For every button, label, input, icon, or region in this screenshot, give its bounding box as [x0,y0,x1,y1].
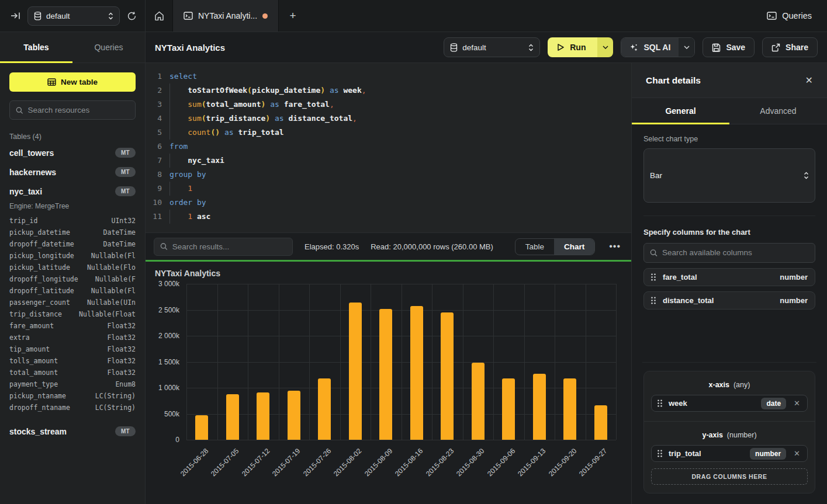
query-header: NYTaxi Analytics default Run [146,32,827,63]
token-kw: group by [169,170,206,179]
divider [642,362,816,363]
mt-badge: MT [115,186,136,196]
panel-title: Chart details [646,75,701,86]
database-selector[interactable]: default [444,37,540,57]
new-table-button[interactable]: New table [9,72,136,92]
token-id: nyc_taxi [188,156,224,165]
column-type: Nullable(F [95,275,136,283]
spacer [9,413,136,422]
column-row: extraFloat32 [9,332,136,343]
column-type: DateTime [103,240,136,248]
table-row[interactable]: cell_towersMT [9,143,136,162]
column-name: pickup_datetime [9,228,70,237]
close-icon: ✕ [805,75,813,85]
sql-editor[interactable]: 1select2toStartOfWeek(pickup_datetime) a… [146,63,631,232]
gridline-horizontal [186,310,616,311]
axis-chip[interactable]: weekdate✕ [651,395,808,412]
database-selector-value: default [46,12,103,20]
run-options-button[interactable] [597,37,613,57]
token-id: total_amount [206,100,261,109]
database-selector-value: default [462,43,524,52]
more-options-button[interactable]: ••• [607,241,623,252]
indent-guide [169,112,188,126]
sidebar-tabs: Tables Queries [0,32,145,63]
chevron-down-icon [684,46,690,49]
query-tab[interactable]: NYTaxi Analyti... [172,0,279,32]
line-number: 9 [146,182,162,196]
search-columns-input[interactable] [662,248,809,257]
column-chip[interactable]: distance_totalnumber [643,291,815,310]
token-kw: as [275,114,284,123]
chart-details-panel: Chart details ✕ General Advanced Select … [631,63,827,504]
app: default NYTaxi Analyti... + Queries [0,0,827,504]
type-badge: number [750,448,786,460]
chip-type: number [780,273,808,281]
query-actions: default Run [444,37,818,57]
table-grid-icon [47,78,56,86]
toggle-chart[interactable]: Chart [554,239,594,255]
sql-ai-options-button[interactable] [679,38,694,57]
drag-handle-icon [658,399,662,407]
column-type: Nullable(Float [79,310,136,318]
new-tab-button[interactable]: + [279,0,307,32]
queries-button[interactable]: Queries [767,11,812,20]
table-row[interactable]: hackernewsMT [9,162,136,182]
share-label: Share [786,43,808,52]
sql-ai-button[interactable]: SQL AI [621,38,679,57]
token-id: distance_total [289,114,353,123]
column-name: tolls_amount [9,357,58,365]
panel-tabs: General Advanced [632,98,827,124]
close-icon: ✕ [794,399,800,408]
collapse-sidebar-button[interactable] [11,12,20,20]
chart-type-select[interactable]: Bar [643,148,815,203]
column-row: pickup_latitudeNullable(Flo [9,262,136,273]
column-row: total_amountFloat32 [9,367,136,378]
run-button[interactable]: Run [548,37,597,57]
query-title: NYTaxi Analytics [155,43,225,53]
remove-chip-button[interactable]: ✕ [793,399,801,408]
line-number: 6 [146,140,162,154]
new-table-label: New table [61,78,98,86]
axis-chip[interactable]: trip_totalnumber✕ [651,445,808,462]
bar [318,378,331,440]
bar [410,306,423,440]
sidebar-tab-queries[interactable]: Queries [72,32,145,62]
drop-zone[interactable]: DRAG COLUMNS HERE [651,468,808,485]
x-tick-label: 2015-07-19 [271,447,302,478]
x-tick-label: 2015-09-20 [547,447,578,478]
database-selector[interactable]: default [27,6,120,26]
database-icon [450,43,458,52]
search-resources-input[interactable] [28,106,129,114]
tab-advanced[interactable]: Advanced [729,98,827,124]
share-button[interactable]: Share [762,37,818,57]
column-row: dropoff_latitudeNullable(Fl [9,285,136,297]
refresh-button[interactable] [127,11,137,21]
editor-line: 1select [146,69,631,84]
remove-chip-button[interactable]: ✕ [793,449,801,458]
gridline-horizontal [186,336,616,336]
table-chart-toggle: Table Chart [515,238,596,255]
save-button[interactable]: Save [703,37,755,57]
sidebar-tab-tables[interactable]: Tables [0,32,72,62]
mt-badge: MT [115,167,136,177]
column-type: Float32 [108,333,136,342]
table-row[interactable]: nyc_taxiMT [9,182,136,201]
column-name: extra [9,333,30,342]
column-type: Enum8 [115,380,136,388]
toggle-table[interactable]: Table [515,239,554,255]
column-chip[interactable]: fare_totalnumber [643,268,815,286]
bar [288,391,300,440]
column-type: Nullable(Fl [91,252,136,260]
home-button[interactable] [146,0,172,32]
chevron-down-icon [603,46,608,49]
x-tick-label: 2015-06-28 [179,447,210,478]
column-row: trip_distanceNullable(Float [9,308,136,320]
search-results-input[interactable] [172,242,286,251]
available-columns: fare_totalnumberdistance_totalnumber [643,268,815,310]
bar [533,374,546,440]
close-button[interactable]: ✕ [805,75,813,86]
editor-line: 8group by [146,168,631,182]
tab-general[interactable]: General [632,98,729,124]
table-row[interactable]: stocks_streamMT [9,422,136,441]
read-stat: Read: 20,000,000 rows (260.00 MB) [371,242,493,251]
